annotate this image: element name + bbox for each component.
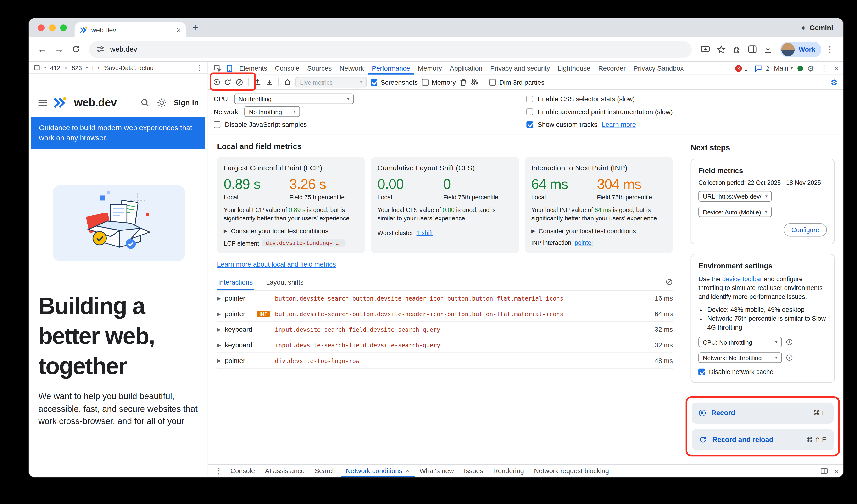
clear-recordings-icon[interactable] (235, 78, 243, 86)
issue-count[interactable]: 2 (766, 65, 770, 71)
record-and-reload-icon[interactable] (224, 78, 232, 86)
device-toolbar-toggle-icon[interactable] (224, 64, 235, 72)
tab-lighthouse[interactable]: Lighthouse (554, 62, 594, 74)
theme-toggle-sun-icon[interactable] (157, 98, 167, 107)
issues-icon[interactable] (752, 65, 764, 71)
disable-network-cache-checkbox[interactable] (699, 369, 705, 375)
drawer-tab-rendering[interactable]: Rendering (488, 465, 529, 477)
interaction-row[interactable]: ▶ pointer div.devsite-top-logo-row 48 ms (217, 353, 673, 369)
device-dimensions-icon[interactable] (34, 65, 40, 71)
viewport-height-field[interactable]: 823 (72, 64, 82, 71)
devtools-settings-gear-icon[interactable]: ⚙ (807, 64, 814, 72)
dim-third-parties-checkbox[interactable] (489, 79, 496, 85)
network-info-icon[interactable]: i (786, 355, 793, 361)
cpu-info-icon[interactable]: i (786, 339, 793, 345)
interaction-row[interactable]: ▶ pointer INP button.devsite-search-butt… (217, 306, 673, 322)
tab-privacy-security[interactable]: Privacy and security (486, 62, 554, 74)
maximize-window-button[interactable] (60, 24, 67, 31)
learn-more-metrics-link[interactable]: Learn more about local and field metrics (217, 261, 336, 269)
save-data-menu[interactable]: 'Save-Data': defau (104, 64, 154, 71)
tab-memory[interactable]: Memory (414, 62, 446, 74)
extensions-puzzle-icon[interactable] (732, 45, 741, 54)
row-expand-icon[interactable]: ▶ (217, 342, 225, 348)
network-throttling-select[interactable]: No throttling ▾ (245, 106, 300, 117)
live-metrics-home-icon[interactable] (284, 78, 292, 86)
tab-close-icon[interactable]: × (176, 26, 181, 34)
close-window-button[interactable] (38, 24, 45, 31)
dimensions-dropdown-icon[interactable]: ▾ (44, 65, 46, 70)
env-network-select[interactable]: Network: No throttling ▾ (699, 352, 782, 363)
screenshots-checkbox[interactable] (371, 79, 377, 85)
side-panel-icon[interactable] (748, 45, 757, 53)
minimize-window-button[interactable] (49, 24, 56, 31)
interaction-row[interactable]: ▶ keyboard input.devsite-search-field.de… (217, 337, 673, 353)
tab-console[interactable]: Console (271, 62, 303, 74)
profile-button[interactable]: Work (780, 41, 822, 57)
interaction-target-link[interactable]: button.devsite-search-button.devsite-hea… (275, 310, 647, 317)
lcp-element-chip[interactable]: div.devsite-landing-row-ite… (262, 239, 346, 247)
device-toolbar-kebab-icon[interactable]: ⋮ (196, 64, 203, 71)
interaction-row[interactable]: ▶ pointer button.devsite-search-button.d… (217, 290, 673, 306)
promo-banner[interactable]: Guidance to build modern web experiences… (31, 117, 205, 149)
drawer-tab-network-conditions[interactable]: Network conditions × (341, 465, 415, 477)
css-selector-stats-checkbox[interactable] (526, 96, 533, 102)
error-count[interactable]: 1 (744, 65, 747, 71)
load-profile-icon[interactable] (254, 78, 262, 86)
zoom-dropdown-icon[interactable]: ▾ (86, 65, 88, 70)
record-and-reload-button[interactable]: Record and reload ⌘ ⇧ E (692, 429, 834, 450)
drawer-tab-close-icon[interactable]: × (405, 467, 409, 475)
drawer-tab-network-request-blocking[interactable]: Network request blocking (529, 465, 614, 477)
row-expand-icon[interactable]: ▶ (217, 295, 225, 301)
split-panel-icon[interactable] (820, 468, 828, 474)
lcp-test-conditions-expander[interactable]: ▶ Consider your local test conditions (224, 228, 359, 234)
tab-network[interactable]: Network (336, 62, 368, 74)
network-conditions-sliders-icon[interactable] (471, 78, 479, 86)
drawer-tab-console[interactable]: Console (225, 465, 260, 477)
drawer-tab-ai-assistance[interactable]: AI assistance (260, 465, 309, 477)
gemini-button[interactable]: ✦ Gemini (800, 24, 833, 32)
drawer-close-icon[interactable]: × (834, 467, 839, 475)
tab-recorder[interactable]: Recorder (594, 62, 629, 74)
drawer-kebab-icon[interactable]: ⋮ (213, 466, 225, 476)
interaction-row[interactable]: ▶ keyboard input.devsite-search-field.de… (217, 322, 673, 337)
paint-instrumentation-checkbox[interactable] (526, 108, 533, 115)
inp-interaction-link[interactable]: pointer (575, 239, 593, 246)
address-bar[interactable]: web.dev (89, 41, 692, 58)
context-selector[interactable]: Main ▾ (774, 64, 793, 72)
reload-button[interactable] (68, 41, 84, 57)
browser-tab[interactable]: web.dev × (74, 22, 186, 37)
new-tab-button[interactable]: + (192, 22, 198, 34)
install-icon[interactable] (701, 45, 710, 54)
viewport-width-field[interactable]: 412 (50, 64, 60, 71)
webdev-logo-icon[interactable] (53, 97, 67, 108)
site-settings-icon[interactable] (96, 45, 104, 53)
record-icon[interactable] (214, 79, 220, 85)
save-profile-icon[interactable] (266, 78, 273, 86)
collect-garbage-icon[interactable] (459, 78, 467, 86)
memory-checkbox[interactable] (422, 79, 428, 85)
interaction-target-link[interactable]: input.devsite-search-field.devsite-searc… (275, 341, 647, 348)
clear-interactions-icon[interactable] (666, 278, 673, 288)
configure-button[interactable]: Configure (784, 223, 827, 237)
cls-worst-cluster-link[interactable]: 1 shift (417, 229, 433, 236)
env-cpu-select[interactable]: CPU: No throttling ▾ (699, 337, 782, 347)
field-device-select[interactable]: Device: Auto (Mobile) ▾ (699, 206, 772, 217)
interaction-target-link[interactable]: button.devsite-search-button.devsite-hea… (275, 295, 647, 302)
capture-settings-gear-icon[interactable]: ⚙ (830, 78, 837, 86)
row-expand-icon[interactable]: ▶ (217, 357, 225, 363)
custom-tracks-learn-more-link[interactable]: Learn more (602, 121, 636, 129)
tab-interactions[interactable]: Interactions (217, 276, 254, 290)
devtools-close-icon[interactable]: × (834, 64, 839, 72)
row-expand-icon[interactable]: ▶ (217, 311, 225, 316)
custom-tracks-checkbox[interactable] (526, 121, 533, 128)
tab-performance[interactable]: Performance (368, 62, 414, 74)
inspect-element-icon[interactable] (212, 64, 224, 72)
site-brand[interactable]: web.dev (74, 96, 117, 108)
device-toolbar-link[interactable]: device toolbar (722, 275, 762, 282)
search-icon[interactable] (140, 98, 150, 107)
devtools-kebab-icon[interactable]: ⋮ (819, 63, 829, 73)
interaction-target-link[interactable]: div.devsite-top-logo-row (275, 357, 647, 364)
drawer-tab-whats-new[interactable]: What's new (415, 465, 459, 477)
disable-js-samples-checkbox[interactable] (214, 121, 220, 128)
throttle-dropdown-icon[interactable]: ▾ (97, 65, 100, 70)
